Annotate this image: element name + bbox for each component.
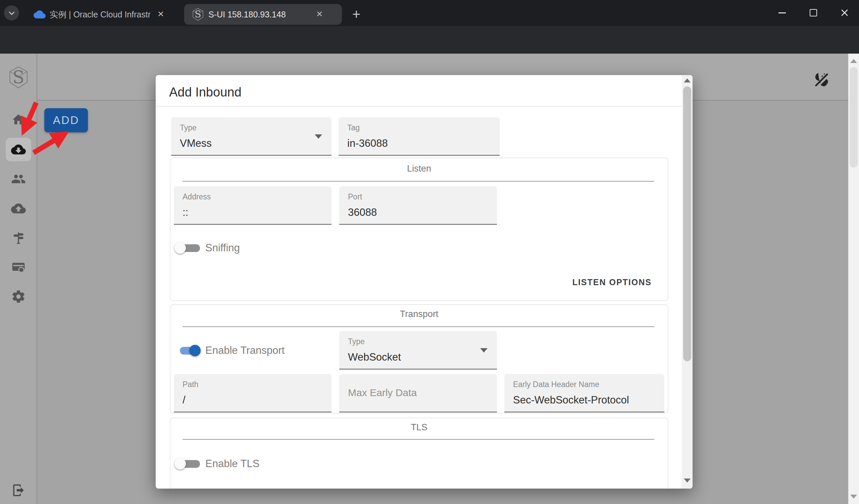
tls-section-card: TLS Enable TLS [170, 418, 668, 489]
screen: 实例 | Oracle Cloud Infrastruc × S S-UI 15… [0, 0, 859, 504]
dialog-title: Add Inbound [169, 85, 242, 99]
port-value: 36088 [348, 206, 377, 219]
early-data-header-label: Early Data Header Name [513, 380, 599, 389]
max-early-data-label: Max Early Data [348, 387, 417, 398]
sniffing-toggle[interactable] [175, 242, 205, 254]
window-maximize-button[interactable] [803, 0, 824, 26]
listen-section-title: Listen [170, 163, 668, 174]
listen-options-button[interactable]: LISTEN OPTIONS [569, 275, 655, 290]
transport-section-divider [183, 326, 654, 327]
dialog-scrollbar-thumb[interactable] [683, 86, 691, 361]
gear-icon [11, 289, 26, 304]
add-inbound-button[interactable]: ADD [44, 108, 88, 132]
toggle-thumb [189, 345, 201, 356]
dialog-scrollbar-down-arrow[interactable] [684, 478, 691, 483]
type-select[interactable]: Type VMess [171, 117, 332, 156]
transport-section-card: Transport Enable Transport Type WebSocke… [170, 304, 668, 413]
sniffing-label: Sniffing [205, 242, 240, 254]
transport-section-title: Transport [170, 309, 668, 319]
enable-tls-toggle[interactable] [175, 458, 205, 470]
sidebar-item-clients[interactable] [6, 167, 31, 191]
tab-oracle-cloud[interactable]: 实例 | Oracle Cloud Infrastruc × [26, 4, 178, 25]
sidebar-item-outbounds[interactable] [6, 197, 31, 220]
sidebar-item-home[interactable] [6, 108, 31, 131]
sidebar-item-rules[interactable] [6, 226, 31, 250]
logout-icon [11, 483, 26, 497]
tls-section-divider [183, 439, 654, 440]
tab-close-button[interactable]: × [314, 9, 325, 20]
browser-tabstrip: 实例 | Oracle Cloud Infrastruc × S S-UI 15… [0, 0, 859, 26]
page-scrollbar-thumb[interactable] [849, 67, 858, 168]
port-label: Port [348, 192, 362, 201]
path-input[interactable]: Path / [174, 374, 332, 412]
tab-title: 实例 | Oracle Cloud Infrastruc [50, 9, 150, 20]
early-data-header-value: Sec-WebSocket-Protocol [513, 394, 629, 406]
enable-transport-label: Enable Transport [205, 345, 285, 357]
tab-close-button[interactable]: × [155, 9, 166, 20]
close-icon [841, 9, 848, 17]
dropdown-caret-icon [480, 348, 487, 352]
cloud-favicon [33, 9, 46, 20]
window-close-button[interactable] [834, 0, 855, 26]
transport-type-label: Type [348, 337, 365, 346]
page-scrollbar-up-arrow[interactable] [850, 59, 857, 63]
tag-input[interactable]: Tag in-36088 [338, 117, 500, 156]
sidebar-item-inbounds[interactable] [6, 138, 31, 161]
toggle-thumb [175, 242, 186, 254]
transport-type-value: WebSocket [348, 351, 401, 363]
svg-text:S: S [195, 9, 201, 20]
svg-text:S: S [12, 67, 24, 87]
tab-search-button[interactable] [4, 5, 19, 20]
type-value: VMess [180, 137, 212, 149]
add-inbound-dialog: Add Inbound Type VMess Tag in-36088 List… [156, 75, 693, 489]
sidebar-divider [36, 53, 37, 504]
tab-s-ui[interactable]: S S-UI 158.180.93.148 × [184, 4, 342, 25]
dropdown-caret-icon [315, 135, 322, 139]
new-tab-button[interactable]: + [349, 7, 364, 22]
path-value: / [183, 394, 185, 406]
maximize-icon [810, 9, 817, 16]
tls-section-title: TLS [170, 422, 668, 432]
sidebar-item-logout[interactable] [6, 478, 31, 502]
browser-toolbar: 不安全 158.180.93.148:23794/inbounds 无痕模式 [0, 26, 859, 53]
enable-transport-toggle[interactable] [175, 345, 205, 357]
add-button-label: ADD [53, 114, 79, 127]
listen-section-divider [183, 181, 654, 182]
cloud-download-icon [11, 142, 26, 157]
sidebar-item-settings[interactable] [6, 285, 31, 308]
window-minimize-button[interactable] [772, 0, 793, 26]
listen-section-card: Listen Address :: Port 36088 Sniffing LI… [170, 157, 668, 301]
card-gear-icon [11, 260, 26, 274]
home-icon [11, 113, 26, 127]
theme-toggle-button[interactable] [813, 72, 829, 88]
path-label: Path [183, 380, 198, 389]
tag-label: Tag [347, 123, 360, 132]
tag-value: in-36088 [347, 137, 388, 149]
chevron-down-icon [8, 9, 16, 17]
enable-tls-label: Enable TLS [205, 458, 259, 470]
transport-type-select[interactable]: Type WebSocket [339, 331, 497, 369]
dialog-scrollbar-up-arrow[interactable] [684, 78, 691, 82]
page-scrollbar-down-arrow[interactable] [850, 494, 857, 499]
minimize-icon [779, 12, 786, 13]
tab-title: S-UI 158.180.93.148 [208, 10, 309, 19]
sidebar-item-panel-settings[interactable] [6, 255, 31, 279]
address-input[interactable]: Address :: [174, 186, 332, 225]
s-ui-favicon: S [192, 8, 204, 21]
address-label: Address [183, 192, 211, 201]
type-label: Type [180, 123, 197, 132]
toggle-thumb [175, 458, 186, 470]
cloud-upload-icon [11, 201, 26, 216]
address-value: :: [183, 206, 188, 219]
early-data-header-input[interactable]: Early Data Header Name Sec-WebSocket-Pro… [504, 374, 664, 412]
dialog-header-divider [156, 106, 682, 107]
port-input[interactable]: Port 36088 [339, 186, 497, 225]
max-early-data-input[interactable]: Max Early Data [339, 374, 497, 412]
signpost-icon [11, 231, 26, 245]
s-ui-logo[interactable]: S [9, 66, 28, 89]
people-icon [11, 172, 26, 186]
